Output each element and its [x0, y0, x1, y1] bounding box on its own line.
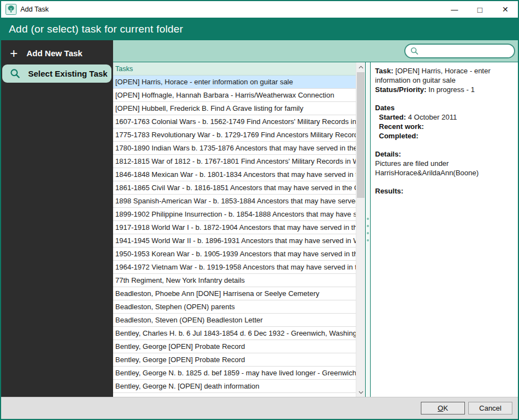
detail-started-line: Started: 4 October 2011: [375, 112, 513, 122]
search-box[interactable]: [404, 44, 515, 58]
detail-dates-heading: Dates: [375, 103, 513, 112]
task-row[interactable]: Bentley, George N. b. 1825 d. bef 1859 -…: [113, 367, 356, 380]
ok-button[interactable]: OK: [421, 402, 465, 414]
task-row[interactable]: 1917-1918 World War I - b. 1872-1904 Anc…: [113, 221, 356, 234]
task-row[interactable]: 1861-1865 Civil War - b. 1816-1851 Ances…: [113, 181, 356, 195]
task-row[interactable]: Bentley, George [OPEN] Probate Record: [113, 340, 356, 353]
task-row[interactable]: 1780-1890 Indian Wars b. 1735-1876 Ances…: [113, 142, 356, 155]
search-icon: [410, 46, 419, 56]
cancel-button[interactable]: Cancel: [468, 402, 512, 414]
detail-status-line: Status/Priority: In progress - 1: [375, 85, 513, 94]
task-row[interactable]: Bentley, Charles H. b. 6 Jul 1843-1854 d…: [113, 327, 356, 340]
splitter-grip-dots: [367, 218, 369, 220]
window-title: Add Task: [20, 6, 49, 13]
minimize-button[interactable]: —: [442, 1, 467, 18]
detail-recent-work-line: Recent work:: [375, 122, 513, 131]
search-input[interactable]: [422, 47, 510, 55]
task-row[interactable]: Bentley, George [OPEN] Probate Record: [113, 353, 356, 367]
task-row[interactable]: [OPEN] Harris, Horace - enter informatio…: [113, 76, 356, 89]
scroll-up-icon[interactable]: [356, 62, 365, 72]
detail-results-heading: Results:: [375, 186, 513, 196]
sidebar-item-add-new-task[interactable]: + Add New Task: [1, 44, 113, 62]
add-task-dialog: Add Task — □ ✕ Add (or select) task for …: [0, 0, 519, 420]
sidebar-item-label: Select Existing Task: [28, 69, 108, 78]
scroll-down-icon[interactable]: [356, 387, 365, 397]
dialog-header: Add (or select) task for current folder: [1, 18, 518, 40]
sidebar-item-label: Add New Task: [26, 49, 82, 58]
footer: OK Cancel: [1, 397, 518, 419]
task-row[interactable]: 1941-1945 World War II - b. 1896-1931 An…: [113, 234, 356, 247]
task-row[interactable]: 1846-1848 Mexican War - b. 1801-1834 Anc…: [113, 168, 356, 181]
task-row[interactable]: Beadleston, Stephen (OPEN) parents: [113, 300, 356, 314]
task-row[interactable]: Beadleston, Phoebe Ann [DONE] Harrisena …: [113, 287, 356, 300]
app-tree-icon: [6, 4, 17, 15]
task-row[interactable]: 1812-1815 War of 1812 - b. 1767-1801 Fin…: [113, 155, 356, 168]
task-row[interactable]: [OPEN] Hubbell, Frederick B. Find A Grav…: [113, 102, 356, 115]
search-icon: [9, 68, 21, 79]
task-list-column-header: Tasks: [113, 62, 356, 76]
task-row[interactable]: Bentley, George N. [OPEN] death informat…: [113, 380, 356, 393]
toolbar: [113, 40, 518, 62]
dialog-header-title: Add (or select) task for current folder: [9, 23, 183, 35]
plus-icon: +: [8, 47, 19, 60]
detail-details-heading: Details:: [375, 149, 513, 159]
task-row[interactable]: 1950-1953 Korean War - b. 1905-1939 Ance…: [113, 247, 356, 261]
scrollbar-thumb[interactable]: [357, 72, 365, 198]
task-row[interactable]: 77th Regiment, New York Infantry details: [113, 274, 356, 287]
task-row[interactable]: 1775-1783 Revolutionary War - b. 1729-17…: [113, 128, 356, 142]
task-row[interactable]: 1964-1972 Vietnam War - b. 1919-1958 Anc…: [113, 261, 356, 274]
task-row[interactable]: 1899-1902 Philippine Insurrection - b. 1…: [113, 208, 356, 221]
sidebar-item-select-existing-task[interactable]: Select Existing Task: [2, 64, 111, 83]
detail-completed-line: Completed:: [375, 131, 513, 141]
close-button[interactable]: ✕: [493, 1, 518, 18]
task-list-scrollbar[interactable]: [356, 62, 365, 397]
task-list-panel: Tasks [OPEN] Harris, Horace - enter info…: [113, 62, 356, 397]
task-row[interactable]: [OPEN] Hoffnagle, Hannah Barbara - Harri…: [113, 89, 356, 102]
task-row[interactable]: 1898 Spanish-American War - b. 1853-1884…: [113, 195, 356, 208]
task-rows: [OPEN] Harris, Horace - enter informatio…: [113, 76, 356, 397]
detail-task-line: Task: [OPEN] Harris, Horace - enter info…: [375, 66, 513, 85]
detail-details-text: Pictures are filed under HarrisHorace&Ar…: [375, 159, 513, 177]
task-row[interactable]: Beadleston, Steven (OPEN) Beadleston Let…: [113, 314, 356, 327]
task-row[interactable]: 1607-1763 Colonial Wars - b. 1562-1749 F…: [113, 115, 356, 128]
task-details-panel: Task: [OPEN] Harris, Horace - enter info…: [371, 62, 518, 397]
sidebar: + Add New Task Select Existing Task: [1, 40, 113, 397]
panel-splitter[interactable]: [365, 62, 371, 397]
titlebar: Add Task — □ ✕: [1, 1, 518, 18]
maximize-button[interactable]: □: [467, 1, 493, 18]
